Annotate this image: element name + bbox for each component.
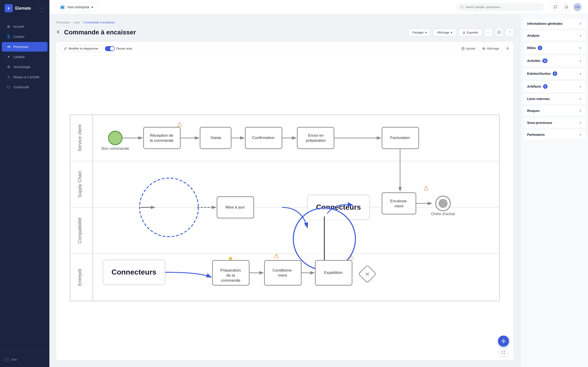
roles-badge: 3 [538,46,542,50]
diagram-canvas[interactable]: Service client Supply Chain Compatibilit… [56,56,514,360]
svg-text:ment: ment [395,204,403,208]
affichage-button[interactable]: Affichage ▾ [433,29,456,36]
svg-text:la commande: la commande [150,138,173,143]
chevron-icon: ▾ [580,85,581,88]
page-title: Commande à encaisser [64,29,136,36]
aide-item[interactable]: ? Aide [5,356,45,363]
sidebar-item-technologie[interactable]: ⚙ Technologie [2,62,48,72]
artefacts-badge: 5 [543,84,548,89]
download-icon [506,46,510,50]
svg-text:⚠: ⚠ [177,121,182,128]
breadcrumb-processus[interactable]: Processus [56,21,70,24]
svg-text:◆: ◆ [229,255,233,261]
panel-section-title-activites: Activités 10 [527,58,548,63]
panel-section-title-analyse: Analyse [527,34,540,37]
sidebar-item-processus[interactable]: Processus [2,42,48,52]
help-button[interactable]: ? [506,28,514,36]
sidebar-footer: ? Aide [0,352,49,367]
sidebar-logo: e Elemate ← [0,0,49,17]
entrees-sorties-badge: 6 [553,71,557,76]
more-button[interactable]: ··· [484,28,493,36]
panel-section-header-liens-externes[interactable]: Liens externes ▾ [523,94,585,104]
toolbar-divider2 [502,46,502,51]
librairie-icon: ✦ [6,55,10,59]
chevron-icon: ▾ [580,121,581,125]
contact-icon: 👤 [6,35,10,39]
toggle-knob [110,47,114,51]
svg-text:de la: de la [226,273,235,277]
toggle-switch[interactable] [105,46,115,51]
panel-section-header-activites[interactable]: Activités 10 ▾ [523,55,585,66]
panel-section-title-risques: Risques [527,109,540,113]
company-selector[interactable]: 👥 Nom.entreprise ▾ [56,2,96,12]
header-actions: CO [551,3,582,11]
panel-section-header-entrees-sorties[interactable]: Entrées/Sorties 6 ▾ [523,68,585,79]
move-button[interactable] [498,336,509,347]
partager-button[interactable]: Partager ▾ [408,29,431,36]
title-inner: Commande à encaisser [56,29,136,36]
move-icon [501,339,506,344]
comment-icon [497,31,501,34]
panel-section-title-partenaires: Partenaires [527,133,545,136]
modify-diagram-button[interactable]: Modifier le diagramme [60,45,102,52]
panel-section-informations: Informations générales ▾ [523,18,585,29]
sidebar-nav: ⊞ Accueil 👤 Contact Processus ✦ Librairi… [0,17,49,352]
comment-button[interactable] [495,28,503,36]
chevron-icon: ▾ [580,22,581,25]
diagram-toolbar-right: Ajouter Affichage [461,46,510,51]
panel-section-header-partenaires[interactable]: Partenaires ▾ [523,130,585,140]
back-button[interactable]: ← [37,5,45,12]
panel-section-header-analyse[interactable]: Analyse ▾ [523,31,585,41]
panel-section-entrees-sorties: Entrées/Sorties 6 ▾ [523,68,585,79]
chevron-icon: ▾ [580,34,581,37]
search-icon [460,6,464,9]
svg-text:Envoi en: Envoi en [308,133,324,138]
aide-icon: ? [5,357,9,361]
panel-section-title-sous-processus: Sous-processus [527,121,552,125]
svg-text:Ordre d'achat: Ordre d'achat [431,211,455,216]
sidebar-item-conformite[interactable]: 🛡 Conformité [2,82,48,92]
bell-icon [565,5,568,9]
logo-text: Elemate [15,6,31,11]
start-node [108,131,122,145]
panel-section-title-liens-externes: Liens externes [527,97,550,101]
ajouter-button[interactable]: Ajouter [461,47,476,50]
avatar[interactable]: CO [573,3,582,11]
svg-text:Réception de: Réception de [150,133,173,138]
title-back-button[interactable] [56,29,61,35]
panel-section-risques: Risques ▾ [523,106,585,116]
main-area: 👥 Nom.entreprise ▾ CO [49,0,588,367]
panel-section-header-sous-processus[interactable]: Sous-processus ▾ [523,118,585,128]
sidebar-item-librairie[interactable]: ✦ Librairie [2,52,48,62]
search-bar[interactable] [457,3,544,10]
exporter-button[interactable]: Exporter [458,29,482,36]
panel-section-header-informations[interactable]: Informations générales ▾ [523,19,585,29]
search-input[interactable] [465,5,540,9]
svg-text:Service client: Service client [77,124,82,151]
breadcrumb-sep2: › [81,21,82,24]
more-icon: ··· [487,30,490,34]
breadcrumb-sep1: › [71,21,72,24]
sidebar-item-contact[interactable]: 👤 Contact [2,32,48,42]
panel-section-partenaires: Partenaires ▾ [523,129,585,140]
dessin-auto-toggle[interactable]: Dessin auto. [105,46,133,51]
notification-button[interactable] [562,3,571,11]
svg-text:Mise à jour: Mise à jour [225,205,245,209]
chat-button[interactable] [551,3,560,11]
svg-text:Compatibilité: Compatibilité [77,217,82,244]
svg-point-2 [482,48,485,50]
breadcrumb-liste[interactable]: Liste [73,21,80,24]
panel-section-header-artefacts[interactable]: Artéfacts 5 ▾ [523,81,585,92]
download-button[interactable] [506,46,510,51]
panel-section-header-risques[interactable]: Risques ▾ [523,106,585,116]
zoom-button[interactable] [499,348,508,357]
chevron-down-icon: ▾ [425,31,427,34]
panel-section-title-informations: Informations générales [527,22,562,25]
svg-text:Conditione-: Conditione- [272,268,293,273]
diagram-svg: Service client Supply Chain Compatibilit… [59,58,511,358]
sidebar-item-risque[interactable]: ⚠ Risque & Contrôle [2,72,48,82]
svg-text:Expédition: Expédition [324,270,342,275]
sidebar-item-accueil[interactable]: ⊞ Accueil [2,22,48,31]
panel-section-header-roles[interactable]: Rôles 3 ▾ [523,42,585,53]
affichage-diagram-button[interactable]: Affichage [482,47,499,50]
